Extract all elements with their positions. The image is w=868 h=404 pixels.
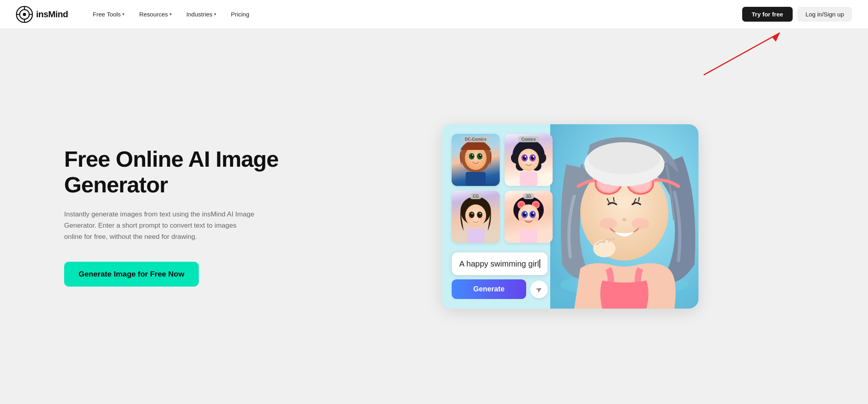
svg-point-54 — [525, 212, 526, 214]
try-free-button[interactable]: Try for free — [742, 7, 793, 22]
svg-point-32 — [465, 204, 486, 227]
svg-point-70 — [622, 218, 626, 221]
chevron-down-icon: ▾ — [214, 12, 216, 17]
send-arrow-icon: ➤ — [527, 277, 551, 301]
svg-point-29 — [533, 156, 534, 158]
thumbnail-3[interactable]: CG — [452, 191, 500, 243]
badge-3d: 3D — [523, 193, 535, 199]
hero-subtitle: Instantly generate images from text usin… — [64, 209, 256, 242]
login-button[interactable]: Log in/Sign up — [797, 7, 852, 22]
svg-rect-17 — [466, 172, 486, 186]
svg-point-16 — [480, 155, 481, 156]
svg-point-72 — [632, 218, 649, 229]
logo-icon — [16, 6, 33, 23]
hero-right: DC-Comics — [321, 124, 820, 309]
logo-link[interactable]: insMind — [16, 6, 68, 23]
mockup-row-bottom: CG — [452, 191, 553, 243]
svg-point-39 — [472, 213, 473, 214]
svg-point-47 — [518, 204, 539, 227]
badge-dc-comics: DC-Comics — [462, 136, 490, 142]
generate-cta-button[interactable]: Generate Image for Free Now — [64, 262, 199, 287]
svg-point-2 — [23, 13, 26, 16]
thumbnail-1[interactable]: DC-Comics — [452, 134, 500, 186]
mockup-chat: A happy swimming girl Generate ➤ — [452, 252, 548, 299]
svg-point-15 — [472, 155, 473, 156]
badge-cg: CG — [470, 193, 482, 199]
thumbnail-2[interactable]: Comics — [505, 134, 553, 186]
chevron-down-icon: ▾ — [122, 12, 125, 17]
nav-free-tools[interactable]: Free Tools ▾ — [87, 8, 131, 21]
main-image-bg — [550, 124, 698, 309]
svg-point-71 — [600, 218, 617, 229]
navbar: insMind Free Tools ▾ Resources ▾ Industr… — [0, 0, 868, 29]
nav-resources[interactable]: Resources ▾ — [133, 8, 178, 21]
svg-rect-56 — [520, 229, 537, 243]
hero-title: Free Online AI Image Generator — [64, 146, 289, 198]
text-cursor — [539, 259, 540, 268]
chat-generate-button[interactable]: Generate — [452, 279, 526, 299]
main-image-illustration — [550, 124, 698, 309]
navbar-actions: Try for free Log in/Sign up — [742, 7, 852, 22]
nav-pricing[interactable]: Pricing — [225, 8, 255, 21]
mockup-main-image — [550, 124, 698, 309]
logo-text: insMind — [36, 9, 68, 20]
chat-send-row: Generate ➤ — [452, 279, 548, 299]
hero-left: Free Online AI Image Generator Instantly… — [64, 146, 289, 287]
svg-point-23 — [518, 149, 539, 171]
prompt-bubble: A happy swimming girl — [452, 252, 548, 275]
badge-comics: Comics — [518, 136, 539, 142]
svg-rect-41 — [467, 229, 484, 243]
svg-point-69 — [588, 142, 660, 174]
thumbnail-4[interactable]: 3D — [505, 191, 553, 243]
svg-point-55 — [533, 212, 534, 214]
mockup-row-top: DC-Comics — [452, 134, 553, 186]
chevron-down-icon: ▾ — [170, 12, 172, 17]
svg-point-40 — [480, 213, 481, 214]
mockup-card: DC-Comics — [442, 124, 698, 309]
hero-section: Free Online AI Image Generator Instantly… — [0, 29, 868, 404]
svg-point-28 — [525, 156, 526, 158]
navbar-nav: Free Tools ▾ Resources ▾ Industries ▾ Pr… — [87, 8, 742, 21]
svg-rect-30 — [520, 172, 537, 186]
nav-industries[interactable]: Industries ▾ — [181, 8, 222, 21]
